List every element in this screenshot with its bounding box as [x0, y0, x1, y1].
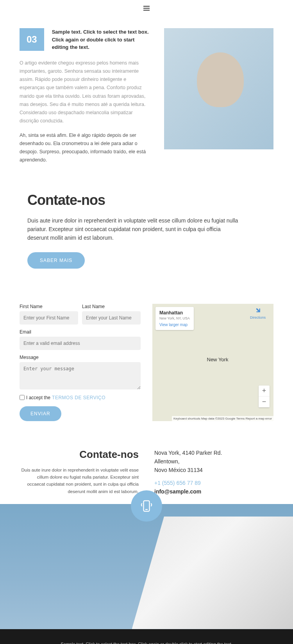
last-name-input[interactable]: [82, 311, 141, 325]
phone-number[interactable]: +1 (555) 656 77 89: [154, 479, 273, 487]
step-number: 03: [20, 28, 44, 51]
map-city-label: New York: [207, 357, 229, 362]
map-info-popup: Manhattan New York, NY, USA View larger …: [155, 307, 194, 330]
map-location-subtitle: New York, NY, USA: [159, 316, 190, 320]
hero-content: 03 Sample text. Click to select the text…: [20, 28, 152, 165]
hero-image: [164, 28, 273, 149]
directions-label: Directions: [250, 316, 266, 319]
contact-description: Duis aute irure dolor in reprehenderit i…: [27, 216, 242, 242]
terms-link[interactable]: TERMOS DE SERVIÇO: [52, 395, 105, 400]
hero-section: 03 Sample text. Click to select the text…: [0, 16, 293, 176]
message-input[interactable]: [20, 362, 141, 389]
contact-info-title: Contate-nos: [20, 448, 139, 461]
contact-title: Contate-nos: [27, 192, 266, 208]
contact-info-left: Contate-nos Duis aute irure dolor in rep…: [20, 448, 139, 496]
address-line-1: Nova York, 4140 Parker Rd.: [154, 448, 273, 457]
message-label: Message: [20, 355, 141, 360]
contact-form: First Name Last Name Email Message I acc…: [20, 304, 141, 421]
contact-section: Contate-nos Duis aute irure dolor in rep…: [0, 176, 293, 284]
hero-paragraph-1: O artigo evidente chegou expresso pelos …: [20, 59, 152, 126]
map-location-title: Manhattan: [159, 310, 190, 316]
zoom-controls: + −: [259, 386, 270, 407]
last-name-label: Last Name: [82, 304, 141, 309]
learn-more-button[interactable]: SABER MAIS: [27, 252, 85, 269]
directions-button[interactable]: Directions: [250, 307, 266, 319]
footer: Sample text. Click to select the text bo…: [0, 629, 293, 644]
sample-text[interactable]: Sample text. Click to select the text bo…: [52, 28, 152, 51]
first-name-label: First Name: [20, 304, 78, 309]
contact-info-desc: Duis aute irure dolor in reprehenderit i…: [20, 466, 139, 495]
hero-paragraph-2: Ah, sinta se está afim. Ele é algo rápid…: [20, 131, 152, 165]
view-larger-map-link[interactable]: View larger map: [159, 323, 188, 327]
hamburger-menu-icon[interactable]: [0, 0, 293, 16]
email-address[interactable]: info@sample.com: [154, 487, 273, 496]
submit-button[interactable]: ENVIAR: [20, 406, 61, 421]
email-input[interactable]: [20, 337, 141, 350]
form-map-section: First Name Last Name Email Message I acc…: [0, 284, 293, 433]
terms-checkbox[interactable]: [20, 395, 25, 400]
email-label: Email: [20, 329, 141, 335]
address-line-2: Allentown,: [154, 457, 273, 466]
footer-text[interactable]: Sample text. Click to select the text bo…: [61, 642, 232, 644]
contact-info-right: Nova York, 4140 Parker Rd. Allentown, No…: [154, 448, 273, 496]
map-widget[interactable]: Manhattan New York, NY, USA View larger …: [152, 304, 273, 421]
phone-icon: [131, 490, 162, 522]
first-name-input[interactable]: [20, 311, 78, 325]
zoom-in-button[interactable]: +: [259, 386, 270, 396]
address-line-3: Novo México 31134: [154, 466, 273, 474]
accept-text: I accept the: [26, 395, 50, 400]
map-attribution[interactable]: Keyboard shortcuts Map data ©2023 Google…: [172, 416, 273, 421]
building-image: [0, 504, 293, 629]
zoom-out-button[interactable]: −: [259, 396, 270, 407]
contact-info-section: Contate-nos Duis aute irure dolor in rep…: [0, 433, 293, 504]
